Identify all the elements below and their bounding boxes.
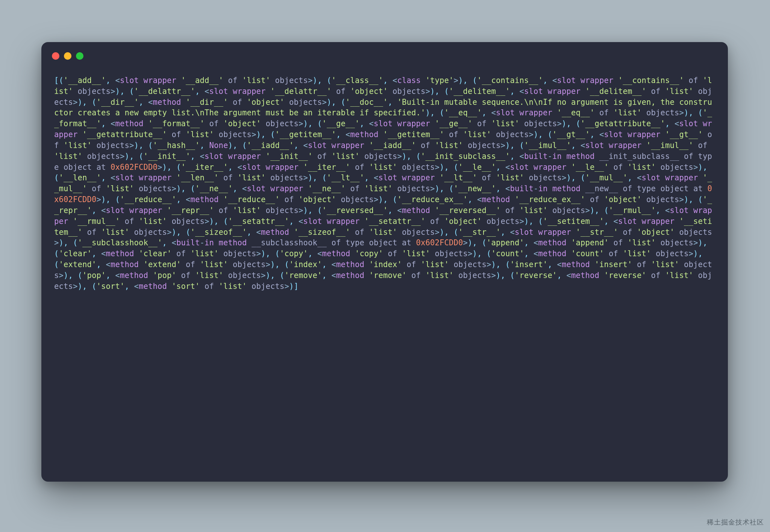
terminal-window: [('__add__', <slot wrapper '__add__' of …: [41, 42, 728, 482]
minimize-icon[interactable]: [64, 52, 71, 60]
watermark-text: 稀土掘金技术社区: [707, 518, 764, 527]
zoom-icon[interactable]: [76, 52, 83, 60]
titlebar: [52, 51, 717, 61]
code-output: [('__add__', <slot wrapper '__add__' of …: [52, 75, 717, 292]
close-icon[interactable]: [52, 52, 59, 60]
